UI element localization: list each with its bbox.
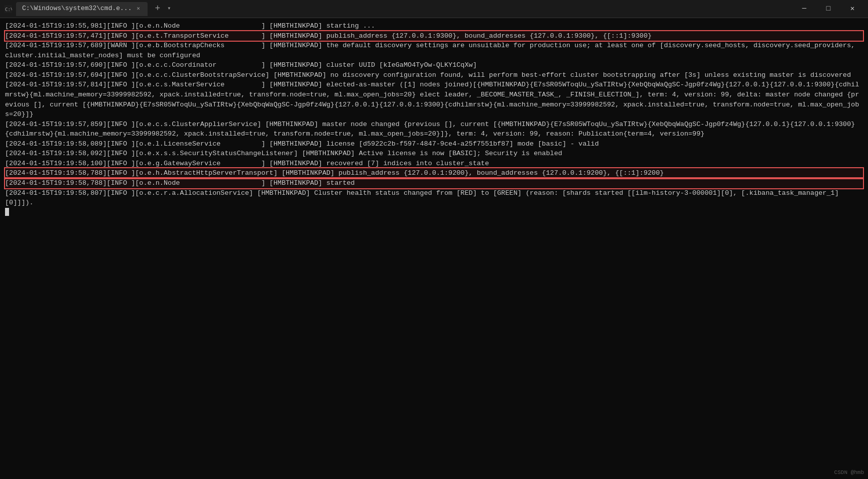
- log-line: [2024-01-15T19:19:58,788][INFO ][o.e.h.A…: [5, 168, 863, 178]
- log-line: [2024-01-15T19:19:57,471][INFO ][o.e.t.T…: [5, 31, 863, 41]
- tab-label: C:\Windows\system32\cmd.e...: [22, 4, 132, 14]
- tab-dropdown-button[interactable]: ▾: [167, 5, 171, 13]
- new-tab-button[interactable]: +: [152, 2, 163, 15]
- log-line: [2024-01-15T19:19:58,100][INFO ][o.e.g.G…: [5, 159, 863, 169]
- titlebar: C:\ C:\Windows\system32\cmd.e... ✕ + ▾ ─…: [0, 0, 868, 18]
- terminal-tab[interactable]: C:\Windows\system32\cmd.e... ✕: [16, 2, 148, 16]
- log-line: [2024-01-15T19:19:55,981][INFO ][o.e.n.N…: [5, 21, 863, 31]
- console-output: [2024-01-15T19:19:55,981][INFO ][o.e.n.N…: [0, 18, 868, 479]
- log-line: [2024-01-15T19:19:57,694][INFO ][o.e.c.c…: [5, 70, 863, 80]
- log-line: [2024-01-15T19:19:57,859][INFO ][o.e.c.s…: [5, 119, 863, 139]
- log-line: [2024-01-15T19:19:58,788][INFO ][o.e.n.N…: [5, 178, 863, 188]
- watermark: CSDN @hmb: [834, 469, 864, 477]
- log-line: [2024-01-15T19:19:58,807][INFO ][o.e.c.r…: [5, 188, 863, 208]
- cursor-line: [5, 208, 863, 216]
- svg-text:C:\: C:\: [5, 7, 12, 12]
- minimize-button[interactable]: ─: [793, 2, 816, 16]
- window-controls: ─ □ ✕: [793, 2, 864, 16]
- log-line: [2024-01-15T19:19:58,092][INFO ][o.e.x.s…: [5, 149, 863, 159]
- cursor-block: [5, 208, 9, 216]
- close-button[interactable]: ✕: [841, 2, 864, 16]
- log-line: [2024-01-15T19:19:58,089][INFO ][o.e.l.L…: [5, 139, 863, 149]
- log-line: [2024-01-15T19:19:57,689][WARN ][o.e.b.B…: [5, 41, 863, 60]
- cmd-icon: C:\: [4, 5, 12, 13]
- log-line: [2024-01-15T19:19:57,814][INFO ][o.e.c.s…: [5, 80, 863, 119]
- tab-close-button[interactable]: ✕: [135, 6, 142, 13]
- log-line: [2024-01-15T19:19:57,690][INFO ][o.e.c.c…: [5, 60, 863, 70]
- maximize-button[interactable]: □: [817, 2, 840, 16]
